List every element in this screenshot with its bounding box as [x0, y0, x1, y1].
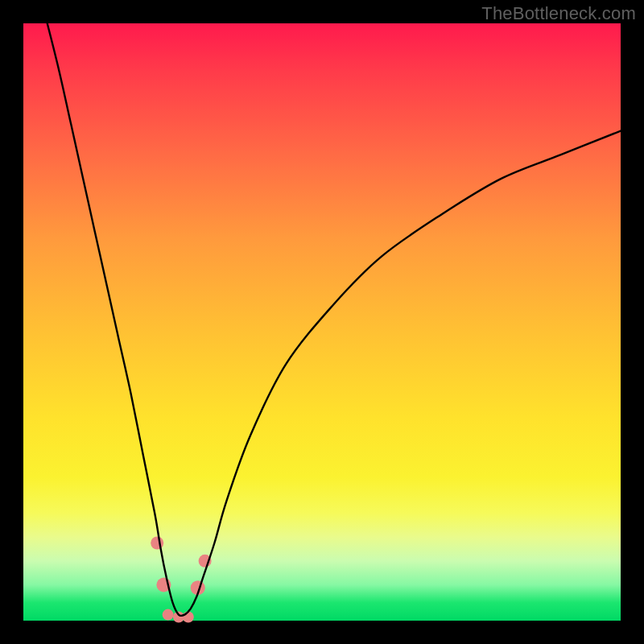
watermark-text: TheBottleneck.com: [481, 3, 636, 24]
chart-svg: [23, 23, 621, 621]
chart-frame: TheBottleneck.com: [0, 0, 644, 644]
bottleneck-curve: [47, 23, 621, 616]
marker-bottom-1: [163, 609, 174, 621]
marker-left-upper: [151, 537, 163, 550]
marker-bottom-2: [173, 612, 184, 623]
chart-plot-area: [23, 23, 621, 621]
